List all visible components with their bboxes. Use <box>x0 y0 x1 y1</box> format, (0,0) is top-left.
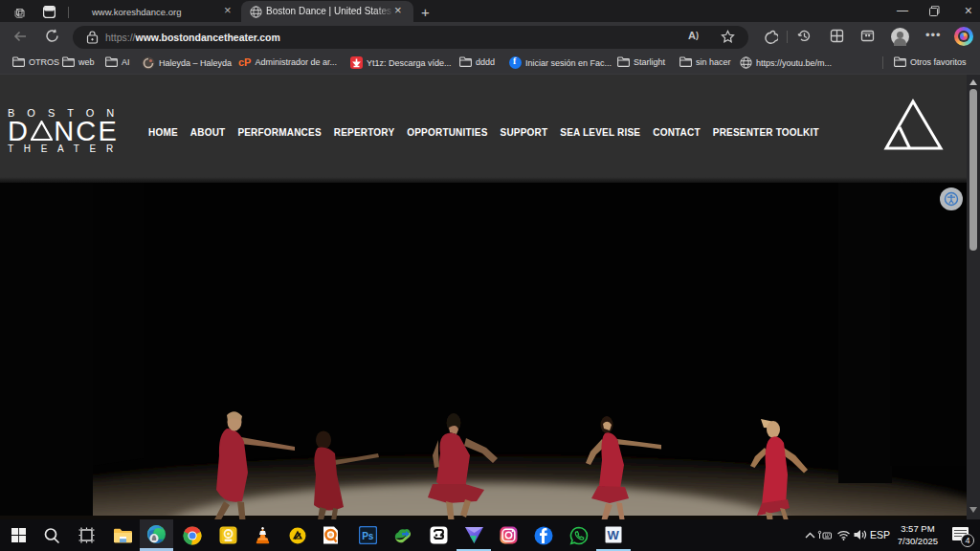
svg-text:Ps: Ps <box>362 531 374 541</box>
svg-text:W: W <box>607 527 619 541</box>
